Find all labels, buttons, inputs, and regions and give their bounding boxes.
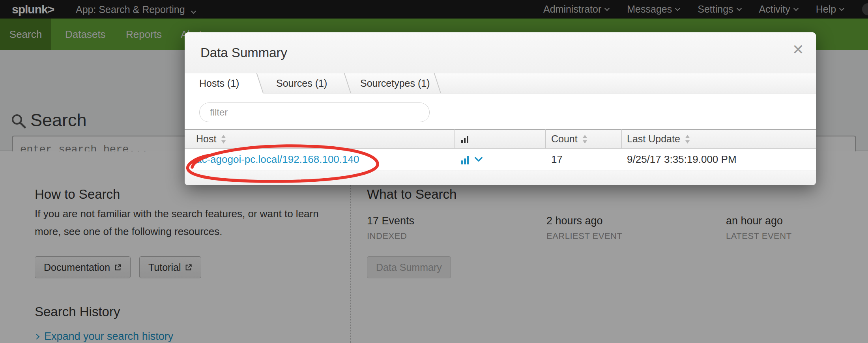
count-cell: 17 (551, 149, 563, 170)
modal-title: Data Summary (200, 32, 287, 73)
tab-sources[interactable]: Sources (1) (276, 73, 327, 93)
last-update-cell: 9/25/17 3:35:19.000 PM (627, 149, 737, 170)
sort-icon (685, 134, 690, 144)
column-border (455, 129, 455, 149)
tab-divider (434, 73, 441, 93)
column-header-sparkline[interactable] (461, 129, 470, 149)
sort-icon (582, 134, 587, 144)
column-header-label: Count (551, 133, 578, 145)
filter-input[interactable] (199, 103, 430, 122)
close-icon[interactable]: ✕ (792, 43, 804, 57)
chevron-down-icon (475, 157, 483, 162)
tab-hosts[interactable]: Hosts (1) (199, 73, 239, 93)
column-header-last-update[interactable]: Last Update (627, 129, 690, 149)
sort-icon (221, 134, 226, 144)
splunk-search-page: splunk> App: Search & Reporting Administ… (0, 0, 868, 343)
bar-chart-icon (460, 155, 471, 165)
column-header-host[interactable]: Host (196, 129, 226, 149)
host-link[interactable]: ac-agogoi-pc.local/192.168.100.140 (196, 153, 359, 166)
host-cell: ac-agogoi-pc.local/192.168.100.140 (196, 149, 359, 170)
column-border (621, 129, 622, 149)
column-border (545, 129, 546, 149)
column-header-label: Host (196, 133, 216, 145)
tab-sourcetypes[interactable]: Sourcetypes (1) (360, 73, 430, 93)
tab-divider (344, 73, 352, 93)
modal-header: Data Summary ✕ (185, 32, 816, 73)
data-summary-modal: Data Summary ✕ Hosts (1) Sources (1) Sou… (185, 32, 816, 185)
modal-tab-bar: Hosts (1) Sources (1) Sourcetypes (1) (185, 73, 816, 93)
table-header-row (185, 129, 816, 149)
sparkline-cell[interactable] (460, 149, 483, 170)
column-header-count[interactable]: Count (551, 129, 587, 149)
bar-chart-icon (461, 135, 470, 144)
modal-footer-strip (185, 170, 816, 185)
column-header-label: Last Update (627, 133, 680, 145)
